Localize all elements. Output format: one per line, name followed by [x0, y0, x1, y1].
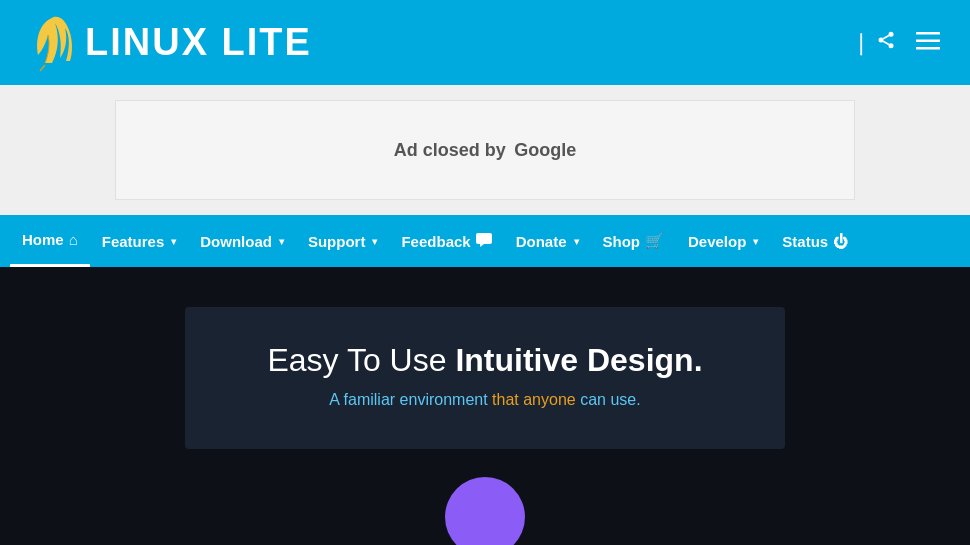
main-navbar: Home ⌂ Features ▾ Download ▾ Support ▾ F… — [0, 215, 970, 267]
nav-item-shop[interactable]: Shop 🛒 — [591, 215, 677, 267]
feedback-icon — [476, 233, 492, 250]
logo-feather-icon — [30, 13, 75, 73]
svg-rect-6 — [916, 32, 940, 35]
svg-point-3 — [889, 43, 894, 48]
nav-item-feedback[interactable]: Feedback — [389, 215, 503, 267]
download-label: Download — [200, 233, 272, 250]
ad-brand: Google — [514, 140, 576, 160]
nav-item-home[interactable]: Home ⌂ — [10, 215, 90, 267]
status-label: Status — [782, 233, 828, 250]
ad-closed-text: Ad closed by — [394, 140, 506, 160]
logo-text: LINUX LITE — [85, 21, 312, 64]
home-label: Home — [22, 231, 64, 248]
svg-line-5 — [883, 35, 889, 38]
hero-subtitle: A familiar environment that anyone can u… — [245, 391, 725, 409]
ad-text: Ad closed by Google — [394, 140, 576, 161]
bottom-area — [0, 467, 970, 545]
nav-item-features[interactable]: Features ▾ — [90, 215, 189, 267]
svg-rect-8 — [916, 47, 940, 50]
nav-item-download[interactable]: Download ▾ — [188, 215, 296, 267]
status-power-icon: ⏻ — [833, 233, 848, 250]
svg-rect-7 — [916, 39, 940, 42]
ad-wrapper: Ad closed by Google — [0, 85, 970, 215]
share-icon[interactable]: ❘ — [852, 30, 896, 56]
svg-line-0 — [40, 65, 45, 71]
share-svg-icon — [876, 30, 896, 50]
ad-banner: Ad closed by Google — [115, 100, 855, 200]
menu-svg-icon — [916, 32, 940, 50]
nav-item-support[interactable]: Support ▾ — [296, 215, 390, 267]
nav-item-status[interactable]: Status ⏻ — [770, 215, 860, 267]
hero-title-bold: Intuitive Design. — [455, 342, 702, 378]
svg-point-2 — [879, 37, 884, 42]
avatar-circle — [445, 477, 525, 545]
shop-cart-icon: 🛒 — [645, 232, 664, 250]
svg-line-4 — [883, 41, 889, 44]
support-chevron-icon: ▾ — [372, 236, 377, 247]
hero-card: Easy To Use Intuitive Design. A familiar… — [185, 307, 785, 449]
logo-area[interactable]: LINUX LITE — [30, 13, 312, 73]
features-label: Features — [102, 233, 165, 250]
donate-label: Donate — [516, 233, 567, 250]
download-chevron-icon: ▾ — [279, 236, 284, 247]
develop-label: Develop — [688, 233, 746, 250]
hero-subtitle-normal: A familiar environment — [329, 391, 492, 408]
hero-title: Easy To Use Intuitive Design. — [245, 342, 725, 379]
chat-icon — [476, 233, 492, 247]
svg-rect-9 — [476, 233, 492, 244]
donate-chevron-icon: ▾ — [574, 236, 579, 247]
svg-point-1 — [889, 31, 894, 36]
hamburger-menu-icon[interactable] — [916, 30, 940, 56]
hero-section: Easy To Use Intuitive Design. A familiar… — [0, 267, 970, 467]
hero-subtitle-end: can use. — [576, 391, 641, 408]
nav-item-develop[interactable]: Develop ▾ — [676, 215, 770, 267]
feedback-label: Feedback — [401, 233, 470, 250]
home-icon: ⌂ — [69, 231, 78, 248]
shop-label: Shop — [603, 233, 641, 250]
develop-chevron-icon: ▾ — [753, 236, 758, 247]
hero-subtitle-highlight: that anyone — [492, 391, 576, 408]
support-label: Support — [308, 233, 366, 250]
nav-item-donate[interactable]: Donate ▾ — [504, 215, 591, 267]
header-icons: ❘ — [852, 30, 940, 56]
hero-title-normal: Easy To Use — [267, 342, 455, 378]
site-header: LINUX LITE ❘ — [0, 0, 970, 85]
features-chevron-icon: ▾ — [171, 236, 176, 247]
svg-marker-10 — [480, 244, 484, 247]
